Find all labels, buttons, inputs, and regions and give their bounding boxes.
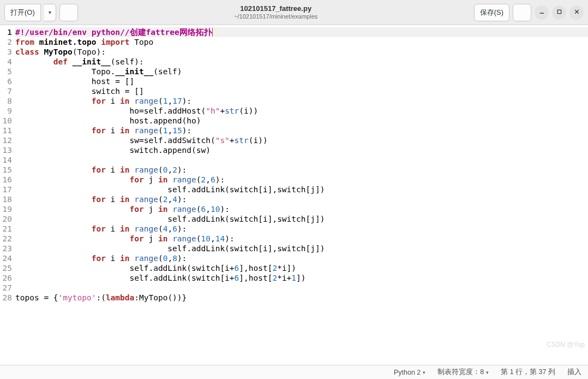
code-line[interactable]: topos = {'mytopo':(lambda:MyTopo())} — [15, 293, 588, 303]
close-button[interactable] — [569, 5, 584, 20]
status-bar: Python 2 ▾ 制表符宽度：8 ▾ 第 1 行，第 37 列 插入 — [0, 365, 588, 379]
line-number: 1 — [0, 27, 12, 37]
language-selector[interactable]: Python 2 ▾ — [394, 369, 425, 376]
line-number: 27 — [0, 283, 12, 293]
line-number: 5 — [0, 67, 12, 76]
line-number: 20 — [0, 214, 12, 224]
line-number: 23 — [0, 244, 12, 253]
cursor-position: 第 1 行，第 37 列 — [501, 368, 555, 377]
code-line[interactable]: self.addLink(switch[i],switch[j]) — [15, 214, 588, 224]
tab-width-selector[interactable]: 制表符宽度：8 ▾ — [437, 368, 489, 377]
line-number: 25 — [0, 263, 12, 273]
line-number: 4 — [0, 57, 12, 67]
maximize-icon — [556, 8, 562, 16]
code-line[interactable]: sw=self.addSwitch("s"+str(i)) — [15, 135, 588, 145]
line-number-gutter: 1234567891011121314151617181920212223242… — [0, 25, 14, 365]
code-line[interactable]: for i in range(0,2): — [15, 165, 588, 175]
line-number: 12 — [0, 135, 12, 145]
insert-mode[interactable]: 插入 — [567, 368, 581, 377]
code-line[interactable]: for i in range(2,4): — [15, 194, 588, 204]
line-number: 2 — [0, 37, 12, 47]
code-line[interactable]: self.addLink(switch[i+6],host[2*i]) — [15, 263, 588, 273]
line-number: 22 — [0, 234, 12, 244]
close-icon — [574, 8, 580, 16]
title-area: 102101517_fattree.py ~/102101517/mininet… — [81, 4, 471, 20]
code-line[interactable]: for j in range(6,10): — [15, 204, 588, 214]
line-number: 7 — [0, 86, 12, 96]
line-number: 13 — [0, 145, 12, 155]
line-number: 19 — [0, 204, 12, 214]
header-bar: 打开(O) ▾ 102101517_fattree.py ~/102101517… — [0, 0, 588, 25]
minimize-button[interactable] — [535, 5, 549, 20]
maximize-button[interactable] — [552, 5, 566, 20]
line-number: 26 — [0, 273, 12, 283]
open-button[interactable]: 打开(O) — [4, 4, 41, 21]
code-line[interactable]: from mininet.topo import Topo — [15, 37, 588, 47]
chevron-down-icon: ▾ — [49, 9, 51, 15]
tab-width-label: 制表符宽度：8 — [437, 368, 484, 377]
code-line[interactable]: #!/user/bin/env python//创建fattree网络拓扑 — [15, 27, 588, 37]
code-line[interactable]: host = [] — [15, 76, 588, 86]
code-line[interactable]: switch = [] — [15, 86, 588, 96]
code-line[interactable]: switch.append(sw) — [15, 145, 588, 155]
line-number: 28 — [0, 293, 12, 303]
code-line[interactable]: self.addLink(switch[i],switch[j]) — [15, 185, 588, 194]
code-line[interactable]: ho=self.addHost("h"+str(i)) — [15, 106, 588, 116]
minimize-icon — [539, 8, 545, 16]
code-line[interactable]: for i in range(1,15): — [15, 126, 588, 135]
save-button[interactable]: 保存(S) — [474, 4, 509, 21]
code-line[interactable]: Topo.__init__(self) — [15, 67, 588, 76]
line-number: 8 — [0, 96, 12, 106]
line-number: 11 — [0, 126, 12, 135]
line-number: 9 — [0, 106, 12, 116]
line-number: 17 — [0, 185, 12, 194]
code-line[interactable]: self.addLink(switch[i+6],host[2*i+1]) — [15, 273, 588, 283]
save-button-label: 保存(S) — [480, 8, 503, 17]
code-line[interactable]: def __init__(self): — [15, 57, 588, 67]
file-title: 102101517_fattree.py — [81, 4, 471, 13]
line-number: 3 — [0, 47, 12, 57]
code-line[interactable]: for j in range(2,6): — [15, 175, 588, 185]
chevron-down-icon: ▾ — [486, 370, 489, 375]
svg-rect-7 — [557, 10, 561, 13]
code-line[interactable]: for i in range(4,6): — [15, 224, 588, 234]
line-number: 16 — [0, 175, 12, 185]
code-line[interactable]: host.append(ho) — [15, 116, 588, 126]
code-line[interactable]: for i in range(1,17): — [15, 96, 588, 106]
code-content[interactable]: #!/user/bin/env python//创建fattree网络拓扑fro… — [14, 25, 588, 365]
line-number: 24 — [0, 253, 12, 263]
text-cursor — [212, 28, 213, 37]
line-number: 15 — [0, 165, 12, 175]
code-line[interactable]: for j in range(10,14): — [15, 234, 588, 244]
open-dropdown-button[interactable]: ▾ — [44, 4, 56, 21]
code-line[interactable] — [15, 155, 588, 165]
code-line[interactable]: for i in range(0,8): — [15, 253, 588, 263]
line-number: 18 — [0, 194, 12, 204]
open-button-label: 打开(O) — [10, 8, 35, 17]
editor-area[interactable]: 1234567891011121314151617181920212223242… — [0, 25, 588, 365]
code-line[interactable]: self.addLink(switch[i],switch[j]) — [15, 244, 588, 253]
new-tab-button[interactable] — [59, 4, 78, 21]
line-number: 21 — [0, 224, 12, 234]
hamburger-menu-button[interactable] — [513, 4, 531, 21]
file-path: ~/102101517/mininet/examples — [81, 13, 471, 20]
line-number: 6 — [0, 76, 12, 86]
code-line[interactable] — [15, 283, 588, 293]
line-number: 10 — [0, 116, 12, 126]
language-label: Python 2 — [394, 369, 421, 376]
line-number: 14 — [0, 155, 12, 165]
code-line[interactable]: class MyTopo(Topo): — [15, 47, 588, 57]
chevron-down-icon: ▾ — [423, 370, 425, 375]
